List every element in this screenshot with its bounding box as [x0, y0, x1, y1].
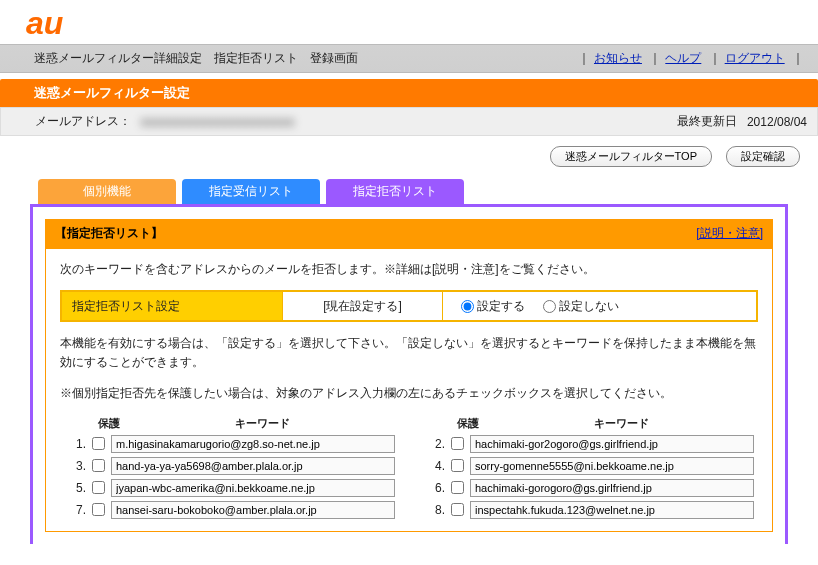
col-protect-header: 保護 — [447, 416, 489, 431]
info-bar: メールアドレス： xxxxxxxxxxxxxxxxxxxxxx 最終更新日 20… — [0, 107, 818, 136]
confirm-settings-button[interactable]: 設定確認 — [726, 146, 800, 167]
keyword-input[interactable] — [111, 501, 395, 519]
panel-help-link[interactable]: [説明・注意] — [696, 225, 763, 242]
keyword-row: 5. — [64, 479, 395, 497]
top-breadcrumb-bar: 迷惑メールフィルター詳細設定 指定拒否リスト 登録画面 ｜お知らせ ｜ヘルプ ｜… — [0, 44, 818, 73]
note-2: ※個別指定拒否先を保護したい場合は、対象のアドレス入力欄の左にあるチェックボック… — [60, 384, 758, 403]
keyword-input[interactable] — [111, 479, 395, 497]
keyword-input[interactable] — [470, 457, 754, 475]
row-number: 7. — [64, 503, 88, 517]
panel-description: 次のキーワードを含むアドレスからのメールを拒否します。※詳細は[説明・注意]をご… — [60, 261, 758, 278]
header-buttons: 迷惑メールフィルターTOP 設定確認 — [0, 136, 818, 171]
svg-text:au: au — [26, 6, 63, 40]
protect-checkbox[interactable] — [451, 459, 464, 472]
row-number: 8. — [423, 503, 447, 517]
keyword-row: 7. — [64, 501, 395, 519]
keyword-row: 4. — [423, 457, 754, 475]
tab-kobetsu[interactable]: 個別機能 — [38, 179, 176, 204]
row-number: 5. — [64, 481, 88, 495]
keyword-input[interactable] — [111, 457, 395, 475]
keyword-row: 3. — [64, 457, 395, 475]
content-panel: 【指定拒否リスト】 [説明・注意] 次のキーワードを含むアドレスからのメールを拒… — [30, 207, 788, 544]
keyword-input[interactable] — [111, 435, 395, 453]
radio-enable[interactable]: 設定する — [461, 298, 525, 315]
protect-checkbox[interactable] — [451, 481, 464, 494]
breadcrumb: 迷惑メールフィルター詳細設定 指定拒否リスト 登録画面 — [34, 50, 574, 67]
radio-disable[interactable]: 設定しない — [543, 298, 619, 315]
keyword-input[interactable] — [470, 479, 754, 497]
col-keyword-header: キーワード — [130, 416, 395, 431]
page-title-bar: 迷惑メールフィルター設定 — [0, 79, 818, 107]
protect-checkbox[interactable] — [451, 437, 464, 450]
last-updated-label: 最終更新日 — [677, 113, 737, 130]
au-logo: au — [0, 0, 818, 44]
protect-checkbox[interactable] — [92, 459, 105, 472]
setting-row: 指定拒否リスト設定 [現在設定する] 設定する 設定しない — [60, 290, 758, 322]
link-help[interactable]: ヘルプ — [665, 51, 701, 65]
row-number: 3. — [64, 459, 88, 473]
tab-allow-list[interactable]: 指定受信リスト — [182, 179, 320, 204]
mail-address-label: メールアドレス： — [35, 113, 131, 130]
keyword-input[interactable] — [470, 501, 754, 519]
row-number: 4. — [423, 459, 447, 473]
protect-checkbox[interactable] — [92, 503, 105, 516]
tab-bar: 個別機能 指定受信リスト 指定拒否リスト — [0, 171, 818, 204]
keyword-column-left: 保護 キーワード 1.3.5.7. — [64, 416, 395, 523]
setting-label: 指定拒否リスト設定 — [62, 292, 282, 320]
protect-checkbox[interactable] — [92, 481, 105, 494]
protect-checkbox[interactable] — [451, 503, 464, 516]
note-1: 本機能を有効にする場合は、「設定する」を選択して下さい。「設定しない」を選択する… — [60, 334, 758, 372]
radio-enable-input[interactable] — [461, 300, 474, 313]
link-news[interactable]: お知らせ — [594, 51, 642, 65]
keyword-row: 6. — [423, 479, 754, 497]
keyword-column-right: 保護 キーワード 2.4.6.8. — [423, 416, 754, 523]
col-protect-header: 保護 — [88, 416, 130, 431]
radio-disable-input[interactable] — [543, 300, 556, 313]
keyword-area: 保護 キーワード 1.3.5.7. 保護 キーワード 2.4.6.8. — [60, 416, 758, 523]
keyword-row: 8. — [423, 501, 754, 519]
top-links: ｜お知らせ ｜ヘルプ ｜ログアウト ｜ — [574, 50, 808, 67]
protect-checkbox[interactable] — [92, 437, 105, 450]
keyword-row: 1. — [64, 435, 395, 453]
tab-block-list[interactable]: 指定拒否リスト — [326, 179, 464, 204]
keyword-input[interactable] — [470, 435, 754, 453]
mail-address-value: xxxxxxxxxxxxxxxxxxxxxx — [141, 115, 295, 129]
row-number: 2. — [423, 437, 447, 451]
last-updated-value: 2012/08/04 — [747, 115, 807, 129]
row-number: 6. — [423, 481, 447, 495]
setting-current: [現在設定する] — [282, 292, 442, 320]
link-logout[interactable]: ログアウト — [725, 51, 785, 65]
filter-top-button[interactable]: 迷惑メールフィルターTOP — [550, 146, 712, 167]
col-keyword-header: キーワード — [489, 416, 754, 431]
panel-header: 【指定拒否リスト】 [説明・注意] — [45, 219, 773, 248]
panel-title: 【指定拒否リスト】 — [55, 225, 163, 242]
row-number: 1. — [64, 437, 88, 451]
keyword-row: 2. — [423, 435, 754, 453]
